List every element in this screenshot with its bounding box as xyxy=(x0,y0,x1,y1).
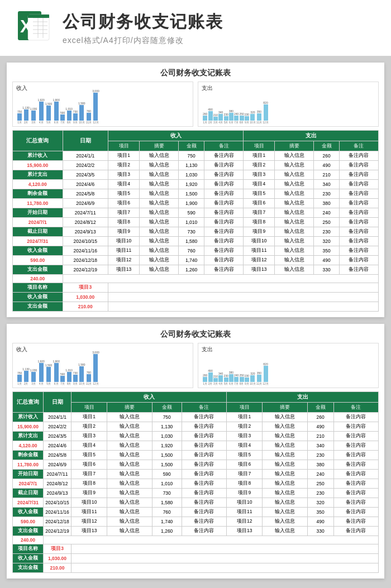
svg-rect-11 xyxy=(28,15,49,18)
date-header-2: 日期 xyxy=(44,392,71,413)
cumulative-expense-label: 累计支出 xyxy=(13,170,63,180)
income-amount-val: 590.00 xyxy=(13,256,63,265)
expense-chart: 支出 260 1月 490 2月 210 3月 xyxy=(198,82,379,127)
table-row: 11,780.00 2024/6/9项目6输入信息1,500备注内容 项目6输入… xyxy=(13,460,379,470)
table-row: 截止日期 2024/9/13 项目9 输入信息 730 备注内容 项目9 输入信… xyxy=(13,227,379,237)
table-row: 590.00 2024/12/18项目12输入信息1,740备注内容 项目12输… xyxy=(13,517,379,527)
table-row: 支出金额 210.00 xyxy=(13,302,379,312)
table-row: 收入金额 1,030.00 xyxy=(13,293,379,302)
table-row: 11,780.00 2024/6/9 项目6 输入信息 1,900 备注内容 项… xyxy=(13,199,379,208)
end-date-label: 截止日期 xyxy=(13,227,63,237)
table-row: 15,900.00 2024/2/2项目2输入信息1,130备注内容 项目2输入… xyxy=(13,422,379,432)
income-amount-label: 收入金额 xyxy=(13,246,63,256)
table-row: 累计收入 2024/1/1 项目1 输入信息 750 备注内容 项目1 输入信息… xyxy=(13,151,379,161)
sheet-2-title: 公司财务收支记账表 xyxy=(12,329,379,340)
expense-chart-2: 支出 2601月 4902月 2103月 3404月 2305月 3806月 2… xyxy=(198,343,379,388)
page-title: 公司财务收支记账表 xyxy=(63,11,223,34)
project-income-label: 收入金额 xyxy=(13,293,63,302)
sheet-1: 公司财务收支记账表 收入 750 1月 1,130 2月 xyxy=(7,63,384,317)
table-row: 支出金额 2024/12/19 项目13 输入信息 1,260 备注内容 项目1… xyxy=(13,265,379,275)
income-header-2: 收入 xyxy=(71,392,227,403)
header-section: X 公司财务收支记账表 excel格式/A4打印/内容随意修改 xyxy=(0,0,391,56)
table-row: 15,900.00 2024/2/2 项目2 输入信息 1,130 备注内容 项… xyxy=(13,161,379,170)
sheets-container: 公司财务收支记账表 收入 750 1月 1,130 2月 xyxy=(0,56,391,588)
header-text-block: 公司财务收支记账表 excel格式/A4打印/内容随意修改 xyxy=(63,11,223,46)
table-row: 累计收入 2024/1/1项目1输入信息750备注内容 项目1输入信息260备注… xyxy=(13,413,379,422)
table-row: 累计支出 2024/3/5项目3输入信息1,030备注内容 项目3输入信息210… xyxy=(13,432,379,441)
table-row: 剩余金额 2024/5/8项目5输入信息1,500备注内容 项目5输入信息230… xyxy=(13,451,379,460)
table-row: 剩余金额 2024/5/8 项目5 输入信息 1,500 备注内容 项目5 输入… xyxy=(13,189,379,199)
expense-header-2: 支出 xyxy=(227,392,379,403)
table-row: 2024/7/1 2024/8/12 项目8 输入信息 1,010 备注内容 项… xyxy=(13,218,379,227)
expense-header: 支出 xyxy=(244,131,379,141)
start-date-val: 2024/7/1 xyxy=(13,218,63,227)
date-header: 日期 xyxy=(63,131,108,151)
main-table-2: 汇总查询 日期 收入 支出 项目 摘要 金额 备注 项目 摘要 金额 备注 xyxy=(12,391,379,573)
table-row: 2024/7/31 2024/10/15 项目10 输入信息 1,580 备注内… xyxy=(13,237,379,246)
table-row: 收入金额 2024/11/16项目11输入信息760备注内容 项目11输入信息3… xyxy=(13,508,379,517)
sheet-1-title: 公司财务收支记账表 xyxy=(12,68,379,78)
excel-logo-icon: X xyxy=(17,10,53,46)
table-row: 240.00 xyxy=(13,536,379,544)
table-row: 4,120.00 2024/4/6项目4输入信息1,920备注内容 项目4输入信… xyxy=(13,441,379,451)
table-row: 590.00 2024/12/18 项目12 输入信息 1,740 备注内容 项… xyxy=(13,256,379,265)
project-income-val: 1,030.00 xyxy=(63,293,108,302)
balance-val: 11,780.00 xyxy=(13,199,63,208)
table-row: 4,120.00 2024/4/6 项目4 输入信息 1,920 备注内容 项目… xyxy=(13,180,379,189)
project-val: 项目3 xyxy=(63,283,108,293)
table-row: 开始日期 2024/7/11 项目7 输入信息 590 备注内容 项目7 输入信… xyxy=(13,208,379,218)
expense-amount-val: 240.00 xyxy=(13,275,63,283)
table-row: 收入金额 2024/11/16 项目11 输入信息 760 备注内容 项目11 … xyxy=(13,246,379,256)
table-row: 开始日期 2024/7/11项目7输入信息590备注内容 项目7输入信息240备… xyxy=(13,470,379,479)
income-chart-2: 收入 7501月 1,1302月 1,0303月 1,9204月 1,5005月… xyxy=(12,343,193,388)
page-subtitle: excel格式/A4打印/内容随意修改 xyxy=(63,36,223,46)
table-row: 240.00 xyxy=(13,275,379,283)
cumulative-expense-val: 4,120.00 xyxy=(13,180,63,189)
income-chart: 收入 750 1月 1,130 2月 1,030 xyxy=(12,82,193,127)
main-table: 汇总查询 日期 收入 支出 项目 摘要 金额 备注 项目 摘要 金额 备注 xyxy=(12,130,379,312)
cumulative-income-label: 累计收入 xyxy=(13,151,63,161)
table-row: 截止日期 2024/9/13项目9输入信息730备注内容 项目9输入信息230备… xyxy=(13,489,379,498)
project-expense-label: 支出金额 xyxy=(13,302,63,312)
end-date-val: 2024/7/31 xyxy=(13,237,63,246)
chart-section: 收入 750 1月 1,130 2月 1,030 xyxy=(12,82,379,127)
table-row: 项目名称 项目3 xyxy=(13,283,379,293)
expense-amount-label: 支出金额 xyxy=(13,265,63,275)
income-header: 收入 xyxy=(108,131,243,141)
income-chart-label: 收入 xyxy=(16,84,189,92)
table-row: 累计支出 2024/3/5 项目3 输入信息 1,030 备注内容 项目3 输入… xyxy=(13,170,379,180)
start-date-label: 开始日期 xyxy=(13,208,63,218)
table-row: 支出金额 2024/12/19项目13输入信息1,260备注内容 项目13输入信… xyxy=(13,527,379,536)
project-expense-val: 210.00 xyxy=(63,302,108,312)
query-btn-cell-2[interactable]: 汇总查询 xyxy=(13,392,44,413)
balance-label: 剩余金额 xyxy=(13,189,63,199)
cumulative-income-val: 15,900.00 xyxy=(13,161,63,170)
table-row: 收入金额 1,030.00 xyxy=(13,554,379,563)
table-row: 项目名称 项目3 xyxy=(13,544,379,554)
table-row: 2024/7/31 2024/10/15项目10输入信息1,580备注内容 项目… xyxy=(13,498,379,508)
chart-section-2: 收入 7501月 1,1302月 1,0303月 1,9204月 1,5005月… xyxy=(12,343,379,388)
query-btn-cell[interactable]: 汇总查询 xyxy=(13,131,63,151)
project-label: 项目名称 xyxy=(13,283,63,293)
expense-chart-label: 支出 xyxy=(202,84,375,92)
table-row: 支出金额 210.00 xyxy=(13,563,379,573)
svg-text:X: X xyxy=(20,16,32,36)
table-row: 2024/7/1 2024/8/12项目8输入信息1,010备注内容 项目8输入… xyxy=(13,479,379,489)
sheet-2: 公司财务收支记账表 收入 7501月 1,1302月 1,0303月 1,920… xyxy=(7,324,384,579)
